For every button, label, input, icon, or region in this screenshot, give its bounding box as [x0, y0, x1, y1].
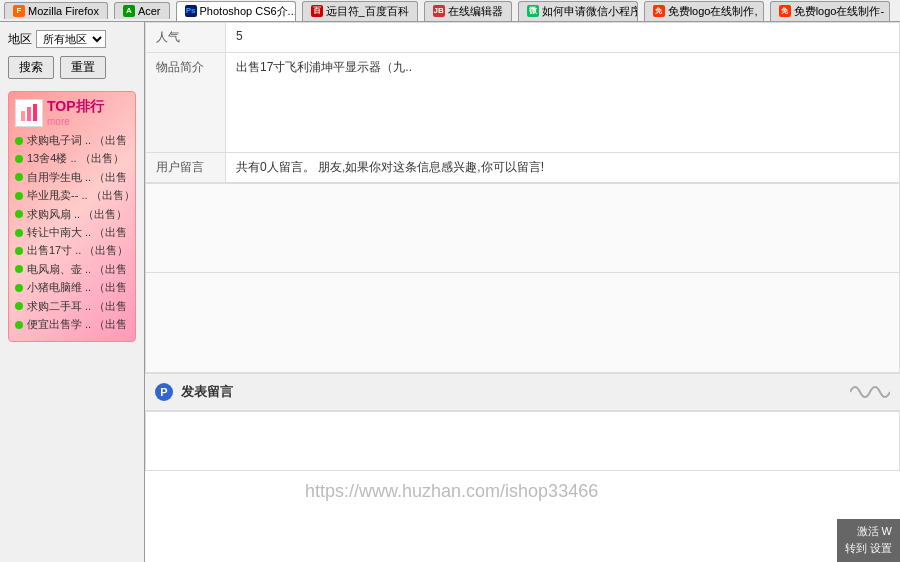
content-panel: 人气 5 物品简介 出售17寸飞利浦坤平显示器（九.. 用户留言 共有0人留言。…	[145, 22, 900, 562]
tab-firefox-label: Mozilla Firefox	[28, 5, 99, 17]
description-value: 出售17寸飞利浦坤平显示器（九..	[226, 53, 900, 153]
reset-button[interactable]: 重置	[60, 56, 106, 79]
list-item[interactable]: 13舍4楼 .. （出售）	[15, 151, 129, 166]
item-text: 便宜出售学 .. （出售）	[27, 317, 129, 332]
message-label: 用户留言	[146, 153, 226, 183]
item-text: 毕业甩卖-- .. （出售）	[27, 188, 129, 203]
tab-acer-label: Acer	[138, 5, 161, 17]
tab-firefox[interactable]: F Mozilla Firefox	[4, 2, 108, 19]
svg-rect-2	[33, 104, 37, 121]
dot-icon	[15, 192, 23, 200]
dot-icon	[15, 265, 23, 273]
tab-wechat-label: 如何申请微信小程序...	[542, 4, 638, 19]
region-selector: 地区 所有地区	[8, 30, 136, 48]
tab-acer[interactable]: A Acer	[114, 2, 170, 19]
list-item[interactable]: 转让中南大 .. （出售）	[15, 225, 129, 240]
wave-icon	[850, 378, 890, 406]
tab-logo2-label: 免费logo在线制作-	[794, 4, 884, 19]
tab-logo2[interactable]: 免 免费logo在线制作-	[770, 1, 890, 21]
description-label: 物品简介	[146, 53, 226, 153]
activation-overlay: 激活 W 转到 设置	[837, 519, 900, 562]
logo2-icon: 免	[779, 5, 791, 17]
ranking-title-block: TOP排行 more	[47, 98, 104, 127]
tab-logo1-label: 免费logo在线制作,	[668, 4, 758, 19]
tab-baidu-label: 远目符_百度百科	[326, 4, 409, 19]
popularity-label: 人气	[146, 23, 226, 53]
region-dropdown[interactable]: 所有地区	[36, 30, 106, 48]
ranking-subtitle: more	[47, 116, 104, 127]
popularity-value: 5	[226, 23, 900, 53]
popularity-row: 人气 5	[146, 23, 900, 53]
post-comment-bar: P 发表留言	[145, 373, 900, 411]
item-text: 求购风扇 .. （出售）	[27, 207, 129, 222]
wechat-icon: 微	[527, 5, 539, 17]
main-content: 地区 所有地区 搜索 重置 TOP排行 more	[0, 22, 900, 562]
tab-wechat[interactable]: 微 如何申请微信小程序...	[518, 1, 638, 21]
tab-editor[interactable]: JB 在线编辑器	[424, 1, 512, 21]
list-item[interactable]: 小猪电脑维 .. （出售）	[15, 280, 129, 295]
dot-icon	[15, 229, 23, 237]
svg-rect-0	[21, 111, 25, 121]
item-text: 出售17寸 .. （出售）	[27, 243, 129, 258]
list-item[interactable]: 求购二手耳 .. （出售）	[15, 299, 129, 314]
svg-rect-1	[27, 107, 31, 121]
activation-line2: 转到 设置	[845, 540, 892, 558]
dot-icon	[15, 302, 23, 310]
dot-icon	[15, 173, 23, 181]
item-text: 13舍4楼 .. （出售）	[27, 151, 129, 166]
search-buttons: 搜索 重置	[8, 56, 136, 79]
editor-icon: JB	[433, 5, 445, 17]
comment-area-2	[145, 273, 900, 373]
search-button[interactable]: 搜索	[8, 56, 54, 79]
item-text: 求购电子词 .. （出售）	[27, 133, 129, 148]
info-table: 人气 5 物品简介 出售17寸飞利浦坤平显示器（九.. 用户留言 共有0人留言。…	[145, 22, 900, 183]
tab-editor-label: 在线编辑器	[448, 4, 503, 19]
ranking-title: TOP排行	[47, 98, 104, 116]
item-text: 小猪电脑维 .. （出售）	[27, 280, 129, 295]
tab-logo1[interactable]: 免 免费logo在线制作,	[644, 1, 764, 21]
ranking-icon	[15, 99, 43, 127]
description-row: 物品简介 出售17寸飞利浦坤平显示器（九..	[146, 53, 900, 153]
acer-icon: A	[123, 5, 135, 17]
post-label: 发表留言	[181, 383, 233, 401]
ranking-header: TOP排行 more	[15, 98, 129, 127]
item-text: 求购二手耳 .. （出售）	[27, 299, 129, 314]
post-icon: P	[155, 383, 173, 401]
tab-photoshop[interactable]: Ps Photoshop CS6介...	[176, 1, 296, 21]
dot-icon	[15, 137, 23, 145]
watermark: https://www.huzhan.com/ishop33466	[305, 481, 598, 502]
item-text: 自用学生电 .. （出售）	[27, 170, 129, 185]
list-item[interactable]: 毕业甩卖-- .. （出售）	[15, 188, 129, 203]
sidebar: 地区 所有地区 搜索 重置 TOP排行 more	[0, 22, 145, 562]
list-item[interactable]: 出售17寸 .. （出售）	[15, 243, 129, 258]
item-text: 电风扇、壶 .. （出售）	[27, 262, 129, 277]
message-value: 共有0人留言。 朋友,如果你对这条信息感兴趣,你可以留言!	[226, 153, 900, 183]
list-item[interactable]: 便宜出售学 .. （出售）	[15, 317, 129, 332]
list-item[interactable]: 电风扇、壶 .. （出售）	[15, 262, 129, 277]
dot-icon	[15, 321, 23, 329]
region-label: 地区	[8, 31, 32, 48]
top-ranking-box: TOP排行 more 求购电子词 .. （出售） 13舍4楼 .. （出售） 自…	[8, 91, 136, 342]
post-input-area[interactable]	[145, 411, 900, 471]
dot-icon	[15, 155, 23, 163]
comment-area-1	[145, 183, 900, 273]
dot-icon	[15, 210, 23, 218]
list-item[interactable]: 自用学生电 .. （出售）	[15, 170, 129, 185]
tab-photoshop-label: Photoshop CS6介...	[200, 4, 296, 19]
dot-icon	[15, 247, 23, 255]
firefox-icon: F	[13, 5, 25, 17]
activation-line1: 激活 W	[845, 523, 892, 541]
list-item[interactable]: 求购风扇 .. （出售）	[15, 207, 129, 222]
tab-baidu[interactable]: 百 远目符_百度百科	[302, 1, 418, 21]
dot-icon	[15, 284, 23, 292]
logo1-icon: 免	[653, 5, 665, 17]
ps-icon: Ps	[185, 5, 197, 17]
baidu-icon: 百	[311, 5, 323, 17]
browser-tab-bar: F Mozilla Firefox A Acer Ps Photoshop CS…	[0, 0, 900, 22]
list-item[interactable]: 求购电子词 .. （出售）	[15, 133, 129, 148]
item-text: 转让中南大 .. （出售）	[27, 225, 129, 240]
message-row: 用户留言 共有0人留言。 朋友,如果你对这条信息感兴趣,你可以留言!	[146, 153, 900, 183]
